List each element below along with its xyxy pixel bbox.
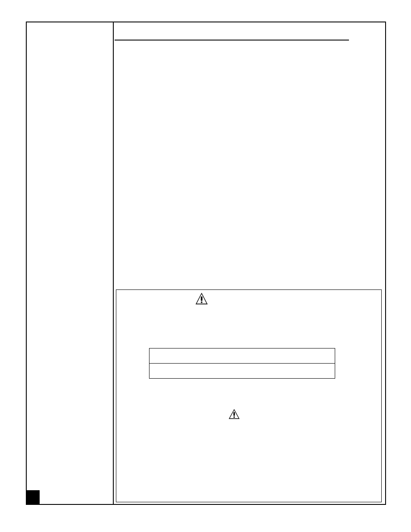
safety-panel-inner-body (149, 364, 335, 378)
left-column (27, 22, 113, 504)
safety-panel-outer (116, 289, 382, 502)
page-number-block (26, 490, 40, 504)
warning-icon (228, 409, 240, 420)
svg-point-3 (234, 417, 235, 418)
page-bottom-line (26, 504, 385, 505)
page-canvas (0, 0, 411, 532)
svg-rect-0 (201, 296, 202, 301)
title-rule (115, 40, 349, 40)
warning-icon (195, 292, 208, 305)
svg-rect-2 (234, 412, 235, 416)
svg-point-1 (201, 302, 202, 303)
safety-panel-inner-header (149, 348, 335, 364)
safety-panel-inner (149, 348, 335, 379)
right-column (115, 22, 383, 504)
column-divider (113, 22, 114, 504)
